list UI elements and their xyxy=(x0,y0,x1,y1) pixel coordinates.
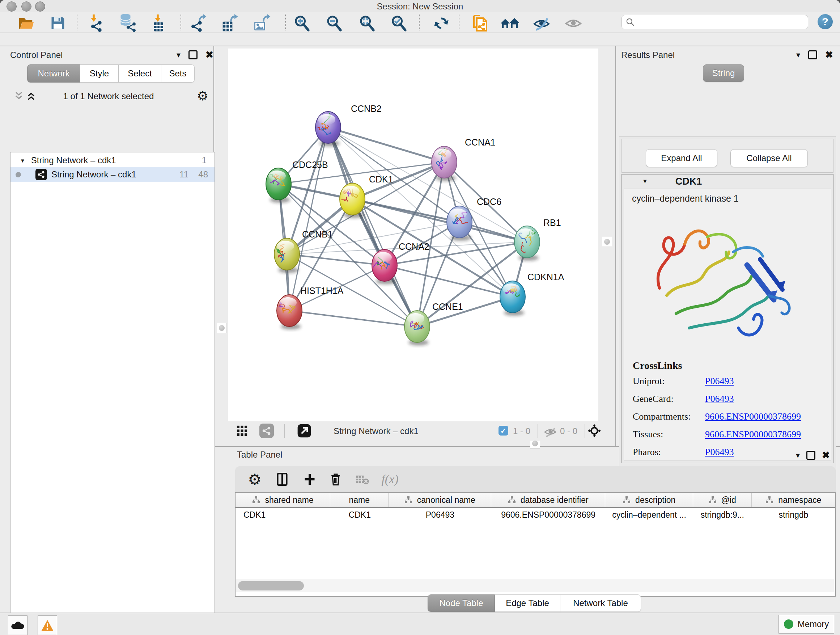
warnings-button[interactable] xyxy=(38,616,57,635)
column-header-shared-name[interactable]: shared name xyxy=(235,493,330,507)
first-neighbors-button[interactable] xyxy=(500,13,520,33)
export-network-button[interactable] xyxy=(189,13,209,33)
function-builder-icon[interactable]: f(x) xyxy=(381,470,399,489)
tab-sets[interactable]: Sets xyxy=(161,65,195,82)
network-edge[interactable] xyxy=(287,254,385,265)
column-header-canonical-name[interactable]: canonical name xyxy=(388,493,491,507)
tab-network[interactable]: Network xyxy=(27,65,80,82)
column-header-name[interactable]: name xyxy=(330,493,388,507)
zoom-out-button[interactable] xyxy=(325,13,344,33)
network-edge[interactable] xyxy=(417,297,513,326)
protein-section-header[interactable]: ▼ CDK1 xyxy=(622,174,833,188)
network-edge[interactable] xyxy=(328,127,417,326)
network-collection-row[interactable]: ▼ String Network – cdk1 1 xyxy=(11,154,215,167)
column-header-database-identifier[interactable]: database identifier xyxy=(491,493,605,507)
left-splitter-handle[interactable] xyxy=(217,323,227,333)
crosslink-genecard-link[interactable]: P06493 xyxy=(705,394,734,404)
table-row[interactable]: CDK1CDK1P064939606.ENSP00000378699cyclin… xyxy=(235,508,835,522)
export-image-button[interactable] xyxy=(253,13,272,33)
network-edge[interactable] xyxy=(289,127,328,310)
search-field[interactable] xyxy=(622,15,808,29)
network-canvas[interactable]: CCNB2CCNA1CDC25BCDK1CDC6RB1CCNB1CCNA2CDK… xyxy=(228,49,598,421)
expand-all-button[interactable]: Expand All xyxy=(646,149,717,167)
tab-string[interactable]: String xyxy=(703,65,744,82)
results-panel-float-icon[interactable] xyxy=(808,50,817,59)
import-table-file-button[interactable] xyxy=(149,13,168,33)
zoom-selected-button[interactable] xyxy=(389,13,409,33)
delete-table-icon[interactable] xyxy=(353,470,372,489)
help-button[interactable]: ? xyxy=(818,14,833,29)
scrollbar-thumb[interactable] xyxy=(238,581,304,591)
tab-network-table[interactable]: Network Table xyxy=(561,594,641,612)
tab-style[interactable]: Style xyxy=(80,65,118,82)
delete-column-trash-icon[interactable] xyxy=(326,470,345,489)
import-network-file-button[interactable] xyxy=(87,13,106,33)
results-panel-close-icon[interactable]: ✖ xyxy=(825,49,833,60)
table-panel-menu-icon[interactable]: ▾ xyxy=(796,451,800,460)
control-panel-close-icon[interactable]: ✖ xyxy=(205,49,213,60)
add-column-icon[interactable] xyxy=(300,470,319,489)
column-header-description[interactable]: description xyxy=(605,493,693,507)
table-settings-gear-icon[interactable]: ⚙ xyxy=(245,470,264,489)
save-session-button[interactable] xyxy=(48,13,67,33)
open-session-button[interactable] xyxy=(16,13,36,33)
birds-eye-view-icon[interactable] xyxy=(586,423,603,439)
network-node-rb1[interactable]: RB1 xyxy=(515,218,561,258)
crosslink-uniprot-link[interactable]: P06493 xyxy=(705,376,734,386)
show-columns-icon[interactable] xyxy=(273,470,292,489)
cloud-status-button[interactable] xyxy=(8,616,27,635)
column-header--id[interactable]: @id xyxy=(693,493,752,507)
column-header-namespace[interactable]: namespace xyxy=(752,493,835,507)
control-panel-menu-icon[interactable]: ▾ xyxy=(177,50,180,60)
export-table-button[interactable] xyxy=(220,13,240,33)
right-splitter-handle[interactable] xyxy=(602,237,612,247)
collection-expander-icon[interactable]: ▼ xyxy=(20,157,25,164)
grid-view-icon[interactable] xyxy=(234,423,250,439)
table-cell[interactable]: stringdb:9... xyxy=(693,510,752,520)
network-edge[interactable] xyxy=(289,310,417,326)
show-all-button[interactable] xyxy=(564,13,583,33)
table-cell[interactable]: CDK1 xyxy=(331,510,389,520)
network-node-cdc25b[interactable]: CDC25B xyxy=(266,160,328,200)
control-panel-float-icon[interactable] xyxy=(188,50,197,59)
tab-edge-table[interactable]: Edge Table xyxy=(495,594,561,612)
memory-button[interactable]: Memory xyxy=(778,615,834,633)
network-node-cdkn1a[interactable]: CDKN1A xyxy=(500,272,564,313)
selected-nodes-checkbox[interactable]: ✓ xyxy=(499,426,508,435)
network-node-ccnb2[interactable]: CCNB2 xyxy=(316,103,382,143)
refresh-layout-button[interactable] xyxy=(431,13,451,33)
search-input[interactable] xyxy=(635,17,796,27)
tab-node-table[interactable]: Node Table xyxy=(428,594,495,612)
table-panel-close-icon[interactable]: ✖ xyxy=(822,450,830,461)
crosslink-compartments-link[interactable]: 9606.ENSP00000378699 xyxy=(705,411,801,422)
status-bar: Memory xyxy=(0,613,840,635)
table-cell[interactable]: cyclin–dependent ... xyxy=(605,510,693,520)
crosslink-tissues-link[interactable]: 9606.ENSP00000378699 xyxy=(705,429,801,440)
network-node-ccna1[interactable]: CCNA1 xyxy=(431,137,496,178)
network-graph[interactable]: CCNB2CCNA1CDC25BCDK1CDC6RB1CCNB1CCNA2CDK… xyxy=(228,49,598,421)
clone-network-button[interactable] xyxy=(471,13,490,33)
network-share-icon[interactable] xyxy=(258,423,275,439)
tab-select[interactable]: Select xyxy=(118,65,161,82)
table-panel-float-icon[interactable] xyxy=(806,451,815,460)
table-cell[interactable]: CDK1 xyxy=(235,510,331,520)
table-cell[interactable]: 9606.ENSP00000378699 xyxy=(491,510,605,520)
network-options-gear-icon[interactable]: ⚙ xyxy=(197,88,208,103)
results-panel-menu-icon[interactable]: ▾ xyxy=(796,50,800,60)
open-in-window-icon[interactable] xyxy=(296,423,313,439)
collapse-all-networks-icon[interactable] xyxy=(14,91,23,101)
import-network-database-button[interactable] xyxy=(118,13,138,33)
collapse-all-button[interactable]: Collapse All xyxy=(730,149,808,167)
expand-all-networks-icon[interactable] xyxy=(27,91,35,101)
table-cell[interactable]: stringdb xyxy=(752,510,835,520)
network-node-hist1h1a[interactable]: HIST1H1A xyxy=(276,286,344,326)
table-cell[interactable]: P06493 xyxy=(389,510,491,520)
table-horizontal-scrollbar[interactable] xyxy=(236,579,834,592)
network-row[interactable]: String Network – cdk1 11 48 xyxy=(11,167,215,182)
network-node-ccna2[interactable]: CCNA2 xyxy=(372,241,429,281)
zoom-fit-button[interactable] xyxy=(357,13,377,33)
zoom-in-button[interactable] xyxy=(292,13,312,33)
network-edge[interactable] xyxy=(328,127,444,162)
protein-collapse-icon[interactable]: ▼ xyxy=(642,178,648,185)
hide-selection-button[interactable] xyxy=(532,13,551,33)
